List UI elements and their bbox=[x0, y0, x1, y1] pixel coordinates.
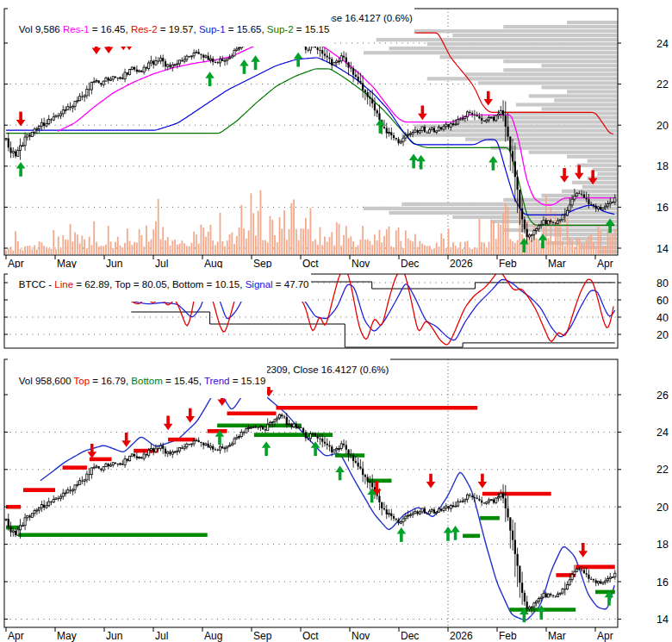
panel1-y-tick-label: 18 bbox=[656, 160, 669, 172]
charts-canvas[interactable]: 242220181614AprMayJunJulAugSepOctNovDec2… bbox=[0, 0, 672, 642]
panel3-x-tick-label: Sep bbox=[253, 630, 272, 642]
bottom-label: Bottom bbox=[131, 376, 162, 386]
panel3-plot-area[interactable] bbox=[4, 359, 618, 627]
panel3-y-tick-label: 26 bbox=[656, 390, 669, 402]
panel3-x-tick-label: Apr bbox=[8, 630, 24, 642]
panel2-symbol: BTCC - bbox=[19, 279, 55, 290]
panel1-volume-label: Vol 9,586 bbox=[19, 24, 63, 34]
panel1-x-tick-label: Apr bbox=[597, 258, 613, 270]
panel1-x-tick-label: Mar bbox=[548, 258, 566, 270]
osc-line-label: Line bbox=[54, 279, 73, 290]
panel3-x-tick-label: Mar bbox=[548, 630, 566, 642]
panel3-x-tick-label: Dec bbox=[401, 630, 419, 642]
panel3-y-tick-label: 16 bbox=[656, 577, 669, 589]
panel1-y-tick-label: 16 bbox=[656, 202, 669, 214]
trend-label: Trend bbox=[204, 376, 230, 386]
bottom-value: = 15.45, bbox=[163, 376, 204, 386]
sup1-label: Sup-1 bbox=[199, 24, 226, 34]
panel3-x-tick-label: Oct bbox=[302, 630, 319, 642]
panel3-x-tick-label: Jul bbox=[155, 630, 168, 642]
panel3-x-axis: AprMayJunJulAugSepOctNovDec2026FebMarApr bbox=[6, 627, 613, 642]
panel3-volume-label: Vol 958,600 bbox=[19, 376, 74, 386]
res2-value: = 19.57, bbox=[158, 24, 199, 34]
panel2-title: BTCC - Line = 62.89, Top = 80.05, Bottom… bbox=[8, 268, 311, 302]
osc-signal-value: = 47.70 bbox=[273, 279, 309, 290]
panel1-y-tick-label: 24 bbox=[656, 38, 669, 50]
trend-value: = 15.19 bbox=[230, 376, 266, 386]
panel3: 26242220181614AprMayJunJulAugSepOctNovDe… bbox=[4, 359, 669, 642]
panel1-y-tick-label: 22 bbox=[656, 78, 669, 90]
res1-value: = 16.45, bbox=[90, 24, 131, 34]
osc-signal-label: Signal bbox=[246, 279, 273, 290]
panel3-legend: Vol 958,600 Top = 16.79, Bottom = 15.45,… bbox=[8, 365, 267, 398]
panel2-y-tick-label: 40 bbox=[656, 312, 669, 324]
panel2-y-tick-label: 60 bbox=[656, 295, 669, 307]
panel3-y-tick-label: 20 bbox=[656, 502, 669, 514]
panel1: 242220181614AprMayJunJulAugSepOctNovDec2… bbox=[4, 9, 669, 270]
panel3-x-tick-label: 2026 bbox=[450, 630, 473, 642]
panel2-y-tick-label: 80 bbox=[656, 277, 669, 290]
panel3-x-tick-label: Nov bbox=[352, 630, 370, 642]
panel1-x-tick-label: Nov bbox=[352, 258, 370, 270]
panel3-x-tick-label: Aug bbox=[204, 630, 222, 642]
panel3-x-tick-label: May bbox=[57, 630, 77, 642]
sup2-label: Sup-2 bbox=[267, 24, 294, 34]
panel3-y-tick-label: 24 bbox=[656, 427, 669, 439]
res1-label: Res-1 bbox=[63, 24, 90, 34]
panel3-y-tick-label: 18 bbox=[656, 539, 669, 551]
top-value: = 16.79, bbox=[90, 376, 131, 386]
panel1-legend: Vol 9,586 Res-1 = 16.45, Res-2 = 19.57, … bbox=[8, 13, 331, 47]
panel3-x-tick-label: Feb bbox=[499, 630, 517, 642]
sup2-value: = 15.15 bbox=[294, 24, 330, 34]
panel3-y-tick-label: 14 bbox=[656, 614, 669, 626]
osc-mid-values: = 62.89, Top = 80.05, Bottom = 10.15, bbox=[73, 279, 246, 290]
sup1-value: = 15.65, bbox=[226, 24, 267, 34]
panel3-x-tick-label: Jun bbox=[106, 630, 122, 642]
panel1-y-tick-label: 20 bbox=[656, 120, 669, 132]
panel1-x-tick-label: 2026 bbox=[450, 258, 473, 270]
panel1-y-tick-label: 14 bbox=[656, 243, 669, 255]
panel1-x-tick-label: Dec bbox=[401, 258, 419, 270]
chart-window: 242220181614AprMayJunJulAugSepOctNovDec2… bbox=[0, 0, 672, 642]
panel2-y-tick-label: 20 bbox=[656, 329, 669, 341]
panel3-x-tick-label: Apr bbox=[597, 630, 613, 642]
panel3-y-tick-label: 22 bbox=[656, 464, 669, 476]
top-label: Top bbox=[74, 376, 90, 386]
panel1-x-tick-label: Feb bbox=[499, 258, 517, 270]
res2-label: Res-2 bbox=[131, 24, 158, 34]
